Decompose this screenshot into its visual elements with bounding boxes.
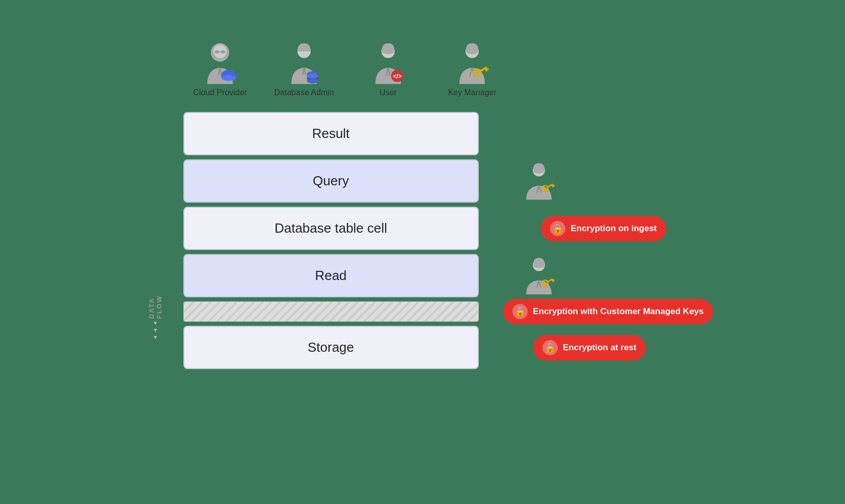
storage-layer: Storage 🔒 Encryption at rest [183,326,479,369]
user-icon: </> [365,38,411,84]
encryption-on-ingest-badge-container: 🔒 Encryption on ingest [541,216,666,241]
encryption-on-ingest-badge: 🔒 Encryption on ingest [541,216,666,241]
query-layer: Query [183,159,479,203]
query-key-manager-icon [519,159,559,203]
svg-text:</>: </> [393,73,401,80]
read-label: Read [315,268,346,284]
database-admin-icon [281,38,327,84]
svg-point-10 [222,75,236,81]
encryption-cmk-badge: 🔒 Encryption with Customer Managed Keys [503,299,713,324]
main-container: Cloud Provider [117,28,728,476]
read-layer: Read [183,254,479,297]
key-manager-label: Key Manager [448,88,496,97]
persona-cloud-provider: Cloud Provider [178,38,262,97]
result-layer: Result [183,112,479,155]
cloud-provider-icon [197,38,243,84]
read-key-manager-icon [519,254,559,298]
persona-database-admin: Database Admin [262,38,346,97]
database-table-cell-label: Database table cell [275,220,387,236]
database-admin-label: Database Admin [274,88,334,97]
hatched-divider [183,301,479,322]
persona-key-manager: Key Manager [430,38,514,97]
lock-icon-cmk: 🔒 [512,304,528,319]
encryption-cmk-text: Encryption with Customer Managed Keys [533,306,703,317]
dataflow-label: ▲▲▲ DATA FLOW [148,295,163,341]
database-table-cell-layer: Database table cell 🔒 Encryption on inge… [183,207,479,250]
persona-user: </> User [346,38,430,97]
encryption-on-ingest-text: Encryption on ingest [570,223,657,234]
encryption-at-rest-text: Encryption at rest [563,343,637,353]
result-label: Result [312,126,350,142]
storage-label: Storage [308,340,354,355]
svg-point-17 [307,73,318,78]
svg-rect-3 [221,50,225,53]
svg-rect-2 [215,50,219,53]
personas-row: Cloud Provider [178,38,535,97]
lock-icon-rest: 🔒 [542,340,558,355]
cloud-provider-label: Cloud Provider [193,88,247,97]
encryption-at-rest-badge: 🔒 Encryption at rest [533,335,646,360]
key-manager-icon [449,38,495,84]
user-label: User [379,88,397,97]
svg-point-16 [307,78,318,83]
lock-icon: 🔒 [550,221,565,236]
query-label: Query [313,173,349,189]
layers-container: Result Query [183,112,479,373]
